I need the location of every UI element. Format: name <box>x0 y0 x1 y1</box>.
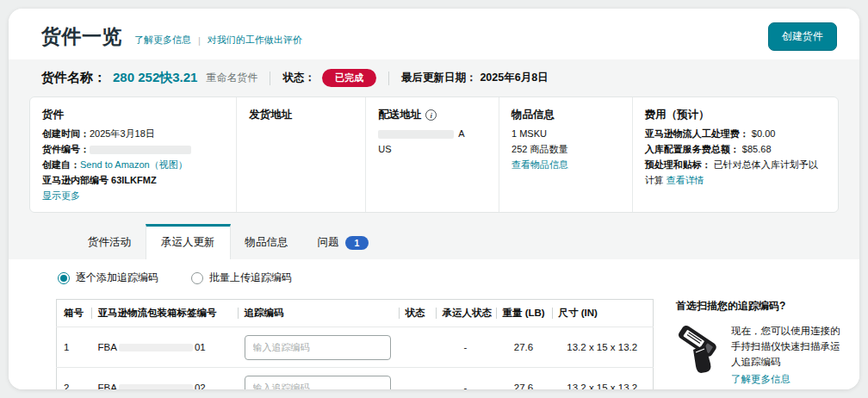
last-updated-value: 2025年6月8日 <box>480 71 548 85</box>
unit-count: 252 商品数量 <box>512 142 620 158</box>
scan-promo-text: 现在，您可以使用连接的手持扫描仪快速扫描承运人追踪编码 了解更多信息 <box>731 324 846 387</box>
table-row: 1 FBA01 - 27.6 13.2 x 15 x 13.2 <box>57 327 654 368</box>
view-details-link[interactable]: 查看详情 <box>666 175 704 185</box>
ship-from-title: 发货地址 <box>249 106 353 123</box>
col-weight: 重量 (LB) <box>496 300 552 327</box>
dimensions-cell: 13.2 x 15 x 13.2 <box>552 368 654 389</box>
status-cell <box>399 327 436 368</box>
tab-shipment-contents[interactable]: 物品信息 <box>231 224 303 259</box>
tab-bar: 货件活动 承运人更新 物品信息 问题1 <box>9 224 859 259</box>
radio-bulk-upload[interactable]: 批量上传追踪编码 <box>191 271 292 285</box>
carrier-status-cell: - <box>436 368 496 389</box>
redacted-address <box>378 130 454 139</box>
learn-more-link[interactable]: 了解更多信息 <box>134 34 191 47</box>
fee-value: $0.00 <box>752 128 776 139</box>
fba-box-label: FBA02 <box>98 382 231 389</box>
radio-unselected-icon <box>191 272 203 284</box>
msku-count: 1 MSKU <box>512 127 620 142</box>
shipment-id-label: 货件编号： <box>42 144 90 154</box>
boxes-table-wrap: 箱号 亚马逊物流包装箱标签编号 追踪编码 状态 承运人状态 重量 (LB) 尺寸… <box>56 299 653 389</box>
carrier-updates-panel: 逐个添加追踪编码 批量上传追踪编码 箱号 亚马逊物流包装箱标签编号 <box>9 259 859 389</box>
tab-shipment-events[interactable]: 货件活动 <box>73 224 146 259</box>
fees-column: 费用（预计） 亚马逊物流人工处理费： $0.00 入库配置服务费总额： $85.… <box>632 97 838 212</box>
problems-count-badge: 1 <box>345 236 369 250</box>
col-tracking: 追踪编码 <box>238 300 399 327</box>
carrier-status-cell: - <box>436 327 496 368</box>
dimensions-cell: 13.2 x 15 x 13.2 <box>552 327 654 368</box>
col-fba-label: 亚马逊物流包装箱标签编号 <box>91 300 238 327</box>
last-updated-label: 最后更新日期： <box>401 71 477 85</box>
col-dimensions: 尺寸 (IN) <box>552 300 654 327</box>
shipment-summary-section: 货件名称： 280 252快3.21 重命名货件 状态： 已完成 最后更新日期：… <box>9 59 859 259</box>
scan-promo-panel: 首选扫描您的追踪编码? 现在，您可以使 <box>676 299 859 389</box>
fees-title: 费用（预计） <box>645 106 826 123</box>
radio-add-individually[interactable]: 逐个添加追踪编码 <box>58 271 158 285</box>
address-suffix: A <box>458 128 464 139</box>
barcode-scanner-icon <box>676 324 721 376</box>
table-header-row: 箱号 亚马逊物流包装箱标签编号 追踪编码 状态 承运人状态 重量 (LB) 尺寸… <box>57 300 654 327</box>
weight-cell: 27.6 <box>496 368 552 389</box>
page-title: 货件一览 <box>41 23 122 50</box>
ship-from-column: 发货地址 <box>236 97 365 212</box>
col-box-number: 箱号 <box>57 300 91 327</box>
page-header: 货件一览 了解更多信息 | 对我们的工作做出评价 创建货件 <box>9 9 859 59</box>
shipment-info-panel: 货件 创建时间：2025年3月18日 货件编号： 创建自：Send to Ama… <box>29 96 839 213</box>
view-link[interactable]: （视图） <box>150 159 188 170</box>
shipment-name-bar: 货件名称： 280 252快3.21 重命名货件 状态： 已完成 最后更新日期：… <box>9 59 859 96</box>
redacted-label <box>119 384 193 389</box>
link-separator: | <box>198 35 201 46</box>
status-cell <box>399 368 436 389</box>
fba-box-label: FBA01 <box>98 342 231 352</box>
fee-label: 预处理和贴标： <box>645 159 711 170</box>
fee-value: $85.68 <box>742 144 772 154</box>
tab-carrier-updates[interactable]: 承运人更新 <box>146 224 231 259</box>
items-title: 物品信息 <box>512 106 620 123</box>
rename-shipment-link[interactable]: 重命名货件 <box>206 71 257 85</box>
ship-to-column: 配送地址i A US <box>365 97 499 212</box>
shipment-name-label: 货件名称： <box>41 70 106 86</box>
created-value: 2025年3月18日 <box>90 128 155 139</box>
shipment-name-value: 280 252快3.21 <box>113 70 197 86</box>
info-icon[interactable]: i <box>425 109 437 121</box>
divider <box>388 72 389 85</box>
radio-selected-icon <box>58 272 70 284</box>
col-status: 状态 <box>399 300 436 327</box>
address-country: US <box>378 142 487 158</box>
status-label: 状态： <box>282 71 315 85</box>
redacted-shipment-id <box>90 146 191 154</box>
weight-cell: 27.6 <box>496 327 552 368</box>
tracking-input[interactable] <box>245 335 391 360</box>
tab-problems[interactable]: 问题1 <box>303 224 384 259</box>
send-to-amazon-link[interactable]: Send to Amazon <box>80 159 150 170</box>
create-shipment-button[interactable]: 创建货件 <box>768 22 837 51</box>
redacted-label <box>119 344 193 351</box>
boxes-table: 箱号 亚马逊物流包装箱标签编号 追踪编码 状态 承运人状态 重量 (LB) 尺寸… <box>56 299 654 389</box>
box-number: 1 <box>57 327 91 368</box>
divider <box>270 72 270 85</box>
shipment-overview-card: 货件一览 了解更多信息 | 对我们的工作做出评价 创建货件 货件名称： 280 … <box>9 9 859 389</box>
tracking-entry-mode: 逐个添加追踪编码 批量上传追踪编码 <box>58 271 859 285</box>
feedback-link[interactable]: 对我们的工作做出评价 <box>208 34 302 47</box>
scan-promo-title: 首选扫描您的追踪编码? <box>676 299 859 314</box>
tracking-input[interactable] <box>245 376 391 389</box>
ship-to-title: 配送地址i <box>378 106 487 123</box>
show-more-link[interactable]: 显示更多 <box>42 190 80 201</box>
fee-label: 入库配置服务费总额： <box>645 144 740 154</box>
shipment-column-title: 货件 <box>42 106 224 123</box>
items-column: 物品信息 1 MSKU 252 商品数量 查看物品信息 <box>499 97 632 212</box>
internal-reference: 亚马逊内部编号 63ILKFMZ <box>42 173 224 189</box>
status-badge: 已完成 <box>322 69 376 87</box>
col-carrier-status: 承运人状态 <box>436 300 496 327</box>
created-from-label: 创建自： <box>42 159 80 170</box>
created-label: 创建时间： <box>42 128 90 139</box>
box-number: 2 <box>57 368 91 389</box>
scan-learn-more-link[interactable]: 了解更多信息 <box>731 372 790 388</box>
fee-label: 亚马逊物流人工处理费： <box>645 128 749 139</box>
header-links: 了解更多信息 | 对我们的工作做出评价 <box>134 27 302 47</box>
table-row: 2 FBA02 - 27.6 13.2 x 15 x 13.2 <box>57 368 654 389</box>
shipment-column: 货件 创建时间：2025年3月18日 货件编号： 创建自：Send to Ama… <box>30 97 236 212</box>
view-items-link[interactable]: 查看物品信息 <box>512 159 568 170</box>
